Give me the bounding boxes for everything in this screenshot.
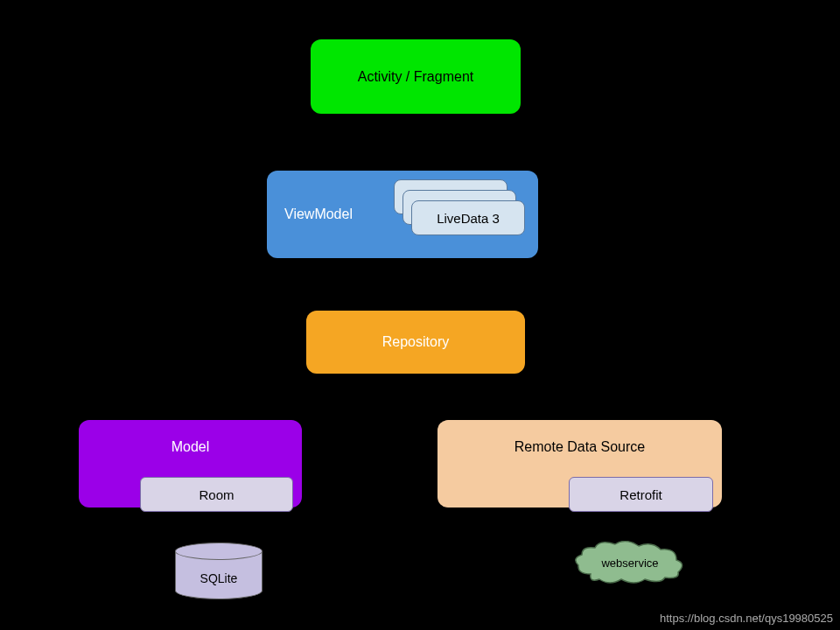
livedata-label: LiveData 3 — [437, 211, 500, 226]
repository-label: Repository — [382, 334, 449, 350]
repository-box: Repository — [306, 311, 525, 374]
room-box: Room — [140, 477, 293, 512]
viewmodel-label: ViewModel — [284, 206, 353, 222]
retrofit-box: Retrofit — [569, 477, 713, 512]
sqlite-cylinder: SQLite — [175, 542, 262, 608]
remote-label: Remote Data Source — [514, 439, 645, 455]
room-label: Room — [199, 487, 234, 502]
watermark-text: https://blog.csdn.net/qys19980525 — [660, 612, 833, 625]
cylinder-top — [175, 542, 262, 560]
livedata-stack: LiveData 3 — [394, 179, 525, 232]
activity-fragment-box: Activity / Fragment — [311, 39, 521, 114]
sqlite-label: SQLite — [200, 571, 238, 585]
activity-label: Activity / Fragment — [358, 69, 473, 85]
webservice-label: webservice — [573, 541, 687, 584]
model-label: Model — [172, 439, 210, 455]
livedata-card-front: LiveData 3 — [411, 200, 525, 235]
retrofit-label: Retrofit — [620, 487, 662, 502]
webservice-cloud: webservice — [573, 541, 687, 584]
